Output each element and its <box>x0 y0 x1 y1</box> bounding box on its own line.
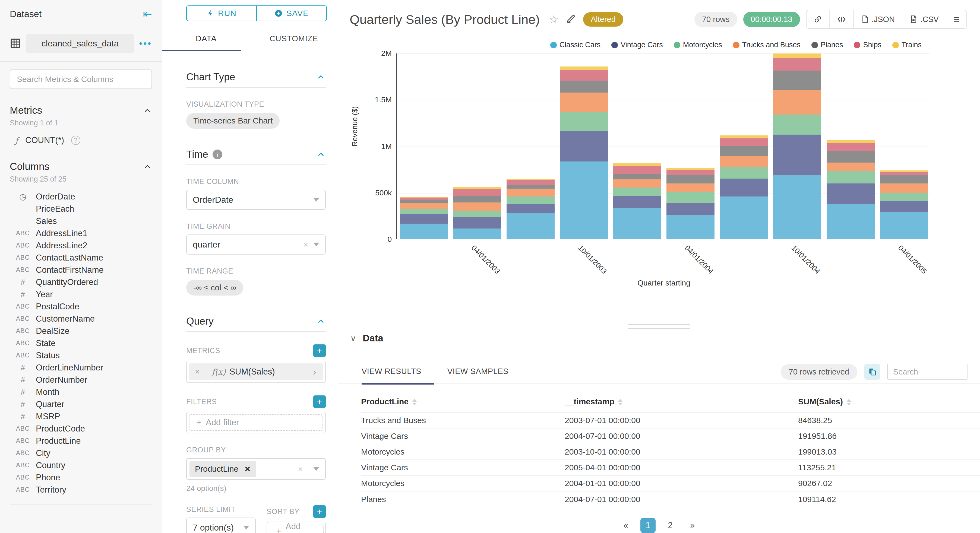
bar-segment[interactable] <box>880 201 928 212</box>
dataset-name[interactable]: cleaned_sales_data <box>26 34 134 53</box>
tab-view-results[interactable]: VIEW RESULTS <box>361 367 421 384</box>
legend-item[interactable]: Classic Cars <box>550 41 601 49</box>
bar-segment[interactable] <box>400 224 448 239</box>
column-item[interactable]: Sales <box>0 215 162 227</box>
column-item[interactable]: ABCDealSize <box>0 325 162 337</box>
bar-segment[interactable] <box>667 215 714 239</box>
table-column-header[interactable]: __timestamp <box>565 393 798 412</box>
bar-segment[interactable] <box>667 203 714 215</box>
dataset-more-options-icon[interactable]: ••• <box>139 38 152 49</box>
column-item[interactable]: ABCTerritory <box>0 484 162 496</box>
column-item[interactable]: ABCProductCode <box>0 423 162 435</box>
bar-segment[interactable] <box>827 151 875 162</box>
bar-segment[interactable] <box>773 54 821 58</box>
bar-segment[interactable] <box>400 214 448 224</box>
bar-segment[interactable] <box>827 183 875 204</box>
bar-segment[interactable] <box>773 58 821 70</box>
bar-segment[interactable] <box>560 67 608 70</box>
columns-collapse-icon[interactable] <box>143 162 152 171</box>
bar-segment[interactable] <box>827 143 875 151</box>
column-item[interactable]: #QuantityOrdered <box>0 276 162 288</box>
bar-segment[interactable] <box>400 200 448 203</box>
bar-segment[interactable] <box>773 115 821 135</box>
bar-segment[interactable] <box>507 196 555 204</box>
bar-segment[interactable] <box>880 172 928 176</box>
metrics-collapse-icon[interactable] <box>143 106 152 115</box>
bar-segment[interactable] <box>880 212 928 239</box>
bar-segment[interactable] <box>400 203 448 209</box>
bar-segment[interactable] <box>507 180 555 185</box>
bar-segment[interactable] <box>773 135 821 175</box>
column-item[interactable]: ABCPhone <box>0 471 162 484</box>
bar-segment[interactable] <box>720 178 768 196</box>
bar-segment[interactable] <box>453 187 501 189</box>
bar-segment[interactable] <box>667 192 714 203</box>
bar-segment[interactable] <box>453 196 501 202</box>
bar-segment[interactable] <box>453 202 501 210</box>
column-item[interactable]: ABCContactLastName <box>0 251 162 264</box>
chart-type-collapse-icon[interactable] <box>316 72 326 82</box>
altered-badge[interactable]: Altered <box>583 12 623 27</box>
bar-segment[interactable] <box>667 175 714 183</box>
metric-item[interactable]: ƒ COUNT(*) ? <box>15 135 152 145</box>
add-filter-dropzone[interactable]: + Add filter <box>189 414 323 431</box>
favorite-star-icon[interactable]: ☆ <box>549 13 559 25</box>
bar-stack[interactable] <box>773 54 821 239</box>
bar-segment[interactable] <box>773 175 821 239</box>
bar-stack[interactable] <box>453 187 501 239</box>
sort-icon[interactable] <box>847 399 851 406</box>
bar-segment[interactable] <box>827 171 875 184</box>
bar-segment[interactable] <box>560 161 608 239</box>
sort-icon[interactable] <box>412 399 417 406</box>
tab-data[interactable]: DATA <box>162 34 250 51</box>
bar-segment[interactable] <box>667 170 714 175</box>
embed-code-button[interactable] <box>829 10 853 28</box>
metrics-columns-search-input[interactable] <box>10 70 152 89</box>
data-section-chevron-icon[interactable]: ∨ <box>350 334 356 343</box>
bar-segment[interactable] <box>880 175 928 183</box>
column-item[interactable]: ABCCustomerName <box>0 313 162 325</box>
bar-stack[interactable] <box>613 163 661 239</box>
column-item[interactable]: #OrderNumber <box>0 374 162 386</box>
pagination-button[interactable]: 1 <box>640 518 655 533</box>
export-json-button[interactable]: .JSON <box>853 10 902 28</box>
column-item[interactable]: #MSRP <box>0 410 162 423</box>
legend-item[interactable]: Motorcycles <box>674 41 722 49</box>
bar-stack[interactable] <box>880 170 928 239</box>
column-item[interactable]: ABCCity <box>0 447 162 459</box>
panel-resize-handle[interactable] <box>628 321 690 329</box>
bar-segment[interactable] <box>560 81 608 92</box>
share-link-button[interactable] <box>807 10 829 28</box>
legend-item[interactable]: Trains <box>892 41 922 49</box>
bar-segment[interactable] <box>720 135 768 138</box>
bar-segment[interactable] <box>613 180 661 187</box>
pagination-button[interactable]: 2 <box>663 518 678 533</box>
legend-item[interactable]: Trucks and Buses <box>733 41 800 49</box>
bar-stack[interactable] <box>400 197 448 239</box>
bar-segment[interactable] <box>507 189 555 196</box>
expand-metric-icon[interactable]: › <box>305 367 323 377</box>
results-search-input[interactable] <box>887 364 967 380</box>
remove-metric-icon[interactable]: × <box>189 367 206 376</box>
copy-data-button[interactable] <box>864 364 880 380</box>
bar-segment[interactable] <box>453 211 501 217</box>
bar-segment[interactable] <box>827 204 875 239</box>
bar-segment[interactable] <box>560 131 608 161</box>
bar-segment[interactable] <box>613 188 661 196</box>
bar-segment[interactable] <box>613 163 661 166</box>
add-filter-button[interactable]: + <box>313 395 326 408</box>
bar-stack[interactable] <box>667 168 714 239</box>
bar-segment[interactable] <box>773 90 821 115</box>
clear-icon[interactable]: × <box>303 240 309 250</box>
bar-segment[interactable] <box>507 185 555 189</box>
clear-icon[interactable]: × <box>298 464 303 474</box>
column-item[interactable]: ABCState <box>0 337 162 349</box>
column-item[interactable]: ABCStatus <box>0 349 162 361</box>
add-metric-button[interactable]: + <box>313 344 326 357</box>
chart-menu-button[interactable]: ≡ <box>946 10 966 28</box>
pagination-button[interactable]: » <box>685 518 700 533</box>
time-range-value[interactable]: -∞ ≤ col < ∞ <box>186 280 243 296</box>
pagination-button[interactable]: « <box>618 518 633 533</box>
collapse-sidebar-icon[interactable]: ⇤ <box>143 8 152 20</box>
tab-customize[interactable]: CUSTOMIZE <box>250 34 338 51</box>
